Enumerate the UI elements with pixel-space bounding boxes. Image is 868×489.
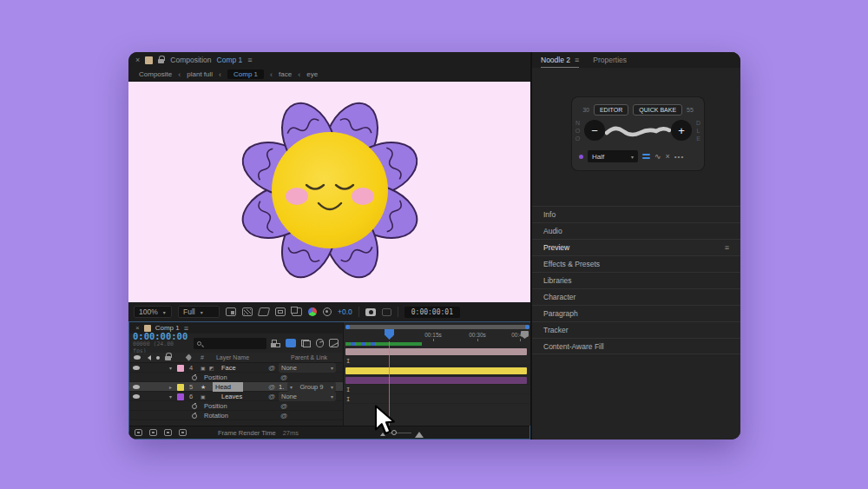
track-row-position[interactable]: I [344,385,532,394]
fast-previews-icon[interactable] [323,307,332,316]
track-row-leaves[interactable] [344,375,532,385]
parent-dropdown[interactable]: None ▾ [279,363,336,373]
stopwatch-icon[interactable] [192,375,197,380]
track-row-head[interactable] [344,366,532,375]
pixel-aspect-icon[interactable] [292,307,302,316]
property-name[interactable]: Rotation [204,411,228,420]
pick-whip-icon[interactable]: @ [280,401,287,411]
parent-dropdown[interactable]: ▾ Group 9 ▾ [287,382,336,392]
panel-tracker[interactable]: Tracker [532,321,740,338]
layer-color-swatch[interactable] [177,365,184,372]
zoom-level-dropdown[interactable]: 100% ▾ [134,306,172,318]
panel-audio[interactable]: Audio [532,222,740,239]
editor-button[interactable]: EDITOR [594,104,628,116]
panel-character[interactable]: Character [532,288,740,305]
minus-button[interactable]: − [584,120,605,141]
panel-menu-icon[interactable]: ≡ [575,56,579,64]
panel-effects-presets[interactable]: Effects & Presets [532,255,740,272]
motion-blur-icon[interactable] [316,339,325,347]
panel-info[interactable]: Info [532,206,740,222]
noodle-curve[interactable] [605,123,671,139]
draft-3d-icon[interactable] [286,339,296,347]
breadcrumb-plant-full[interactable]: plant full [187,70,213,78]
current-time-display[interactable]: 0:00:00:00 [133,332,188,340]
breadcrumb-face[interactable]: face [279,70,292,78]
brainstorm-icon[interactable] [179,429,187,436]
visibility-eye-icon[interactable] [133,385,140,389]
track-row-face[interactable] [344,347,532,356]
property-name[interactable]: Position [204,401,227,411]
pick-whip-icon[interactable]: @ [268,392,275,401]
panel-preview[interactable]: Preview ≡ [532,239,740,255]
clear-icon[interactable]: × [666,152,670,161]
panel-menu-icon[interactable]: ≡ [247,56,252,64]
visibility-eye-icon[interactable] [133,366,140,370]
panel-content-aware-fill[interactable]: Content-Aware Fill [532,338,740,354]
plus-button[interactable]: + [671,120,692,141]
layer-color-swatch[interactable] [177,384,184,391]
frame-blend-toggle-icon[interactable] [149,429,157,436]
layer-name[interactable]: Leaves [221,392,242,401]
show-snapshot-icon[interactable] [382,308,391,316]
frame-blending-icon[interactable] [301,340,311,347]
track-row-position[interactable]: I [344,356,532,366]
panel-menu-icon[interactable]: ≡ [725,243,729,252]
channel-rgb-icon[interactable] [308,307,317,316]
motion-blur-toggle-icon[interactable] [164,429,172,436]
composition-viewer[interactable] [128,82,530,302]
quick-bake-button[interactable]: QUICK BAKE [633,104,682,116]
keyframe-icon[interactable]: I [346,358,350,365]
pick-whip-icon[interactable]: @ [268,382,275,392]
search-input[interactable] [194,338,266,349]
layer-name-selected[interactable]: Head [213,382,243,392]
equalize-icon[interactable] [642,154,650,159]
close-icon[interactable]: × [135,56,140,64]
work-area-bar[interactable] [345,325,529,329]
stopwatch-icon[interactable] [192,404,197,409]
chevron-down-icon[interactable]: ▾ [169,363,172,373]
composition-tab-comp-name[interactable]: Comp 1 [217,56,243,64]
breadcrumb-eye[interactable]: eye [306,70,318,78]
pick-whip-icon[interactable]: @ [268,363,275,373]
zoom-in-mountain-icon[interactable] [415,427,424,438]
tab-properties[interactable]: Properties [593,56,627,64]
resolution-dropdown[interactable]: Full ▾ [178,306,220,318]
track-area[interactable]: 0s 00:15s 00:30s 00:45s 01:00s [343,322,531,426]
preview-timecode[interactable]: 0:00:00:01 [404,307,460,318]
pick-whip-icon[interactable]: @ [280,411,287,420]
time-ruler[interactable]: 0s 00:15s 00:30s 00:45s 01:00s [344,330,532,341]
lock-icon[interactable] [158,58,165,64]
more-options-icon[interactable]: ••• [674,153,684,161]
chevron-down-icon[interactable]: ▾ [169,392,172,401]
grid-guides-icon[interactable] [226,307,236,316]
transparency-grid-icon[interactable] [242,307,253,316]
panel-paragraph[interactable]: Paragraph [532,305,740,321]
exposure-value[interactable]: +0.0 [338,307,352,316]
layer-name[interactable]: Face [221,363,236,373]
region-of-interest-icon[interactable] [275,307,286,316]
layer-bar-head[interactable] [345,367,527,374]
panel-libraries[interactable]: Libraries [532,272,740,288]
mask-visibility-icon[interactable] [258,307,270,316]
pick-whip-icon[interactable]: @ [280,373,287,382]
track-row-rotation[interactable]: I [344,394,532,404]
comp-mini-flowchart-icon[interactable] [272,340,281,347]
property-name[interactable]: Position [204,373,227,382]
keyframe-icon[interactable]: I [346,387,350,393]
tab-noodle2[interactable]: Noodle 2 ≡ [541,52,579,68]
shy-toggle-icon[interactable] [135,429,142,436]
stopwatch-icon[interactable] [192,413,197,419]
breadcrumb-composite[interactable]: Composite [139,70,172,78]
breadcrumb-comp1-active[interactable]: Comp 1 [227,69,264,79]
curve-mode-icon[interactable]: ∿ [654,152,661,161]
layer-color-swatch[interactable] [177,393,184,400]
layer-bar-leaves[interactable] [345,377,527,384]
visibility-eye-icon[interactable] [133,394,140,399]
layer-bar-face[interactable] [345,348,527,355]
half-dropdown[interactable]: Half ▾ [588,150,638,162]
composition-tab-label[interactable]: Composition [170,56,211,64]
chevron-right-icon[interactable]: ▸ [169,382,172,392]
snapshot-camera-icon[interactable] [365,308,376,316]
graph-editor-icon[interactable] [329,339,339,347]
parent-dropdown[interactable]: None ▾ [279,392,336,401]
